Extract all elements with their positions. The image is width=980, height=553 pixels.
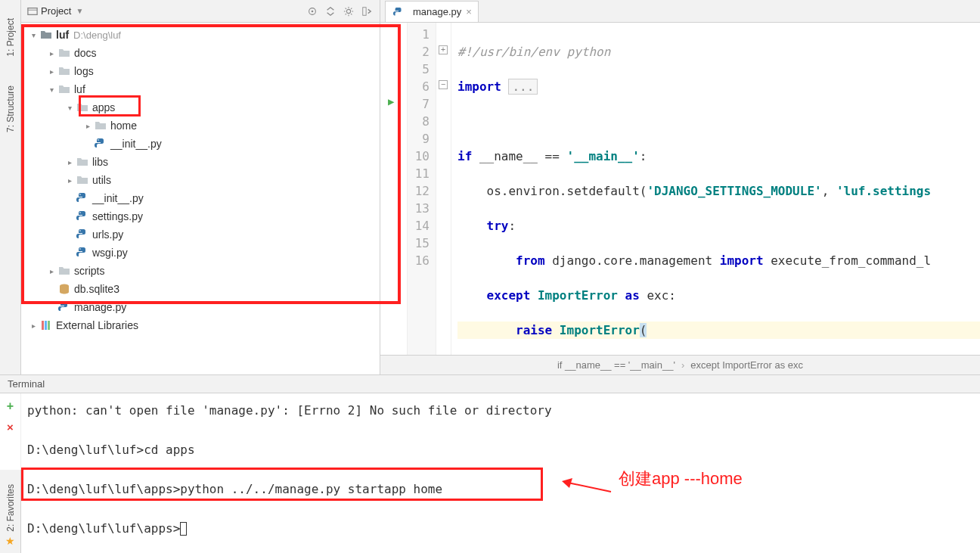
svg-point-3 — [312, 10, 314, 12]
terminal-cursor — [180, 522, 187, 536]
python-file-icon — [76, 191, 89, 205]
breadcrumb-item[interactable]: except ImportError as exc — [690, 359, 803, 371]
tree-label: __init__.py — [92, 192, 144, 204]
tree-path: D:\deng\luf — [73, 30, 121, 41]
tree-item-settings[interactable]: settings.py — [21, 207, 380, 225]
editor-tab-manage[interactable]: manage.py × — [385, 1, 479, 22]
python-file-icon — [76, 228, 89, 241]
folder-icon — [57, 264, 71, 278]
close-icon[interactable]: × — [466, 6, 472, 17]
tree-label: scripts — [74, 265, 104, 277]
tree-external-libraries[interactable]: ▸External Libraries — [21, 316, 380, 334]
svg-point-8 — [79, 212, 81, 213]
chevron-right-icon[interactable]: ▸ — [64, 158, 76, 166]
editor-panel: manage.py × ▶ 125678910111213141516 + − … — [380, 0, 980, 374]
chevron-right-icon: › — [681, 359, 684, 371]
project-tree[interactable]: ▾ luf D:\deng\luf ▸docs ▸logs ▾luf ▾apps… — [21, 23, 380, 374]
project-panel-header: Project ▼ — [21, 0, 380, 23]
tree-item-urls[interactable]: urls.py — [21, 225, 380, 244]
folder-icon — [76, 155, 89, 169]
chevron-right-icon[interactable]: ▸ — [27, 322, 39, 330]
favorites-rail[interactable]: 2: Favorites ★ — [0, 470, 21, 553]
chevron-right-icon[interactable]: ▸ — [45, 49, 57, 57]
tree-item-db[interactable]: db.sqlite3 — [21, 280, 380, 298]
tree-item-manage[interactable]: manage.py — [21, 298, 380, 316]
code-editor[interactable]: ▶ 125678910111213141516 + − #!/usr/bin/e… — [380, 23, 980, 355]
tree-label: luf — [74, 83, 85, 95]
svg-point-7 — [79, 194, 81, 195]
tree-label: wsgi.py — [92, 247, 128, 259]
rail-project[interactable]: 1: Project — [4, 15, 17, 60]
chevron-right-icon[interactable]: ▸ — [45, 267, 57, 275]
python-file-icon — [94, 137, 107, 151]
tree-root[interactable]: ▾ luf D:\deng\luf — [21, 26, 380, 44]
folder-icon — [94, 119, 107, 132]
star-icon: ★ — [5, 535, 15, 547]
tree-item-apps[interactable]: ▾apps — [21, 98, 380, 117]
chevron-down-icon[interactable]: ▾ — [27, 31, 39, 39]
tree-item-home[interactable]: ▸home — [21, 117, 380, 135]
fold-collapse-icon[interactable]: − — [439, 80, 448, 89]
annotation-text: 创建app ---home — [619, 469, 743, 489]
tree-item-init2[interactable]: __init__.py — [21, 189, 380, 207]
rail-structure[interactable]: 7: Structure — [4, 82, 17, 135]
chevron-right-icon[interactable]: ▸ — [82, 122, 94, 130]
tree-item-luf[interactable]: ▾luf — [21, 80, 380, 98]
project-panel-title[interactable]: Project ▼ — [27, 5, 83, 17]
locate-icon[interactable] — [305, 5, 319, 18]
hide-icon[interactable] — [360, 5, 374, 18]
svg-rect-0 — [28, 8, 37, 14]
tree-item-wsgi[interactable]: wsgi.py — [21, 244, 380, 262]
editor-tab-bar: manage.py × — [380, 0, 980, 23]
collapse-icon[interactable] — [324, 5, 337, 18]
tree-item-utils[interactable]: ▸utils — [21, 171, 380, 189]
tree-label: docs — [74, 47, 97, 59]
run-icon[interactable]: ▶ — [388, 95, 394, 107]
folder-icon — [57, 46, 71, 60]
terminal-header[interactable]: Terminal — [0, 375, 980, 393]
chevron-down-icon[interactable]: ▾ — [64, 104, 76, 112]
close-session-icon[interactable]: × — [7, 421, 14, 433]
folder-icon — [76, 101, 89, 114]
folder-icon — [39, 28, 53, 42]
python-file-icon — [57, 300, 71, 314]
chevron-down-icon: ▼ — [76, 7, 83, 15]
chevron-right-icon[interactable]: ▸ — [45, 67, 57, 76]
tree-label: manage.py — [74, 301, 126, 313]
svg-point-9 — [79, 230, 81, 231]
left-tool-rail: 1: Project 7: Structure — [0, 0, 21, 374]
gear-icon[interactable] — [342, 5, 355, 18]
editor-markers: ▶ — [380, 23, 408, 355]
code-content[interactable]: #!/usr/bin/env python import ... if __na… — [451, 23, 980, 355]
tree-item-docs[interactable]: ▸docs — [21, 44, 380, 62]
library-icon — [39, 318, 53, 332]
svg-point-6 — [98, 139, 99, 141]
chevron-down-icon[interactable]: ▾ — [45, 85, 57, 94]
chevron-right-icon[interactable]: ▸ — [64, 176, 76, 185]
svg-rect-5 — [363, 7, 366, 15]
svg-point-10 — [79, 248, 81, 250]
svg-rect-15 — [48, 321, 50, 330]
tree-item-libs[interactable]: ▸libs — [21, 153, 380, 171]
tree-item-logs[interactable]: ▸logs — [21, 62, 380, 80]
folder-icon — [76, 173, 89, 187]
fold-expand-icon[interactable]: + — [439, 45, 448, 54]
project-panel: Project ▼ ▾ luf D:\deng\luf ▸docs — [21, 0, 380, 374]
tree-label: libs — [92, 156, 108, 168]
tree-label: logs — [74, 65, 94, 77]
tree-item-scripts[interactable]: ▸scripts — [21, 262, 380, 280]
tree-label: settings.py — [92, 210, 143, 222]
tree-label: luf — [56, 29, 69, 41]
svg-point-12 — [61, 303, 63, 304]
tree-item-init[interactable]: __init__.py — [21, 135, 380, 153]
new-session-icon[interactable]: + — [7, 399, 14, 413]
editor-breadcrumb[interactable]: if __name__ == '__main__' › except Impor… — [380, 355, 980, 374]
tree-label: db.sqlite3 — [74, 283, 119, 295]
svg-point-4 — [346, 9, 350, 13]
terminal-content[interactable]: python: can't open file 'manage.py': [Er… — [21, 393, 980, 553]
fold-gutter: + − — [436, 23, 451, 355]
tree-label: External Libraries — [56, 319, 138, 331]
svg-rect-13 — [42, 321, 44, 330]
breadcrumb-item[interactable]: if __name__ == '__main__' — [557, 359, 675, 371]
tree-label: home — [110, 120, 137, 132]
